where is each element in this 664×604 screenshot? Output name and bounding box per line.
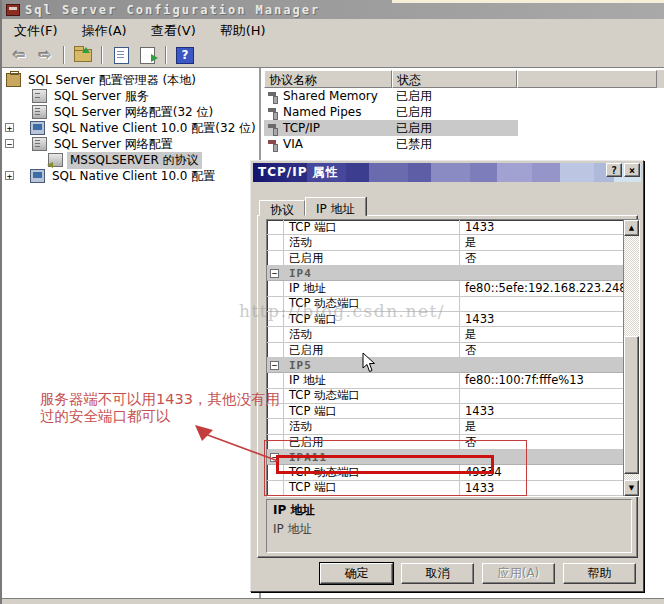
grid-property-row[interactable]: 已启用否 [267, 251, 623, 266]
tree-item-3[interactable]: +SQL Native Client 10.0 配置(32 位) [2, 120, 258, 136]
properties-icon[interactable] [110, 45, 132, 65]
list-row[interactable]: VIA已禁用 [264, 136, 664, 152]
tree-item-1[interactable]: SQL Server 服务 [2, 88, 258, 104]
collapse-icon[interactable]: − [270, 361, 279, 370]
back-icon[interactable]: ⇦ [8, 45, 30, 65]
grid-property-row[interactable]: TCP 端口1433 [267, 220, 623, 235]
grid-property-value[interactable]: 是 [460, 235, 623, 250]
dialog-help-icon[interactable]: ? [606, 163, 622, 177]
grid-group-row[interactable]: −IP5 [267, 358, 623, 373]
grid-property-row[interactable]: TCP 动态端口 [267, 389, 623, 404]
grid-property-row[interactable]: TCP 端口1433 [267, 312, 623, 327]
scroll-up-icon[interactable]: ▲ [624, 220, 639, 236]
protocol-name: TCP/IP [283, 121, 320, 135]
tree-item-4[interactable]: −SQL Server 网络配置 [2, 136, 258, 152]
help-button[interactable]: 帮助 [563, 563, 636, 584]
ok-button[interactable]: 确定 [320, 563, 393, 584]
forward-icon[interactable]: ⇨ [34, 45, 56, 65]
grid-property-value[interactable]: fe80::100:7f:fffe%13 [460, 373, 623, 387]
list-column-header-2[interactable] [517, 70, 657, 88]
grid-property-label: IP 地址 [284, 281, 460, 295]
grid-property-value[interactable]: 1433 [460, 312, 623, 326]
list-row[interactable]: TCP/IP已启用 [264, 120, 664, 136]
scroll-down-icon[interactable]: ▼ [624, 480, 639, 496]
dialog-tabs: 协议IP 地址 [259, 197, 366, 216]
grid-property-value[interactable]: fe80::5efe:192.168.223.248% [460, 281, 623, 295]
tab-ip-addresses[interactable]: IP 地址 [305, 197, 366, 216]
annotation-line-2: 过的安全端口都可以 [40, 408, 280, 425]
toolbar-help-icon[interactable]: ? [174, 45, 196, 65]
export-list-icon[interactable] [136, 45, 158, 65]
grid-property-value[interactable]: 1433 [460, 220, 623, 234]
grid-property-row[interactable]: 活动是 [267, 327, 623, 342]
help-panel-title: IP 地址 [273, 502, 625, 519]
protocol-status: 已禁用 [396, 136, 432, 153]
protocol-status-cell: 已启用 [392, 88, 432, 105]
protocol-status: 已启用 [396, 88, 432, 105]
grid-property-row[interactable]: TCP 动态端口 [267, 297, 623, 312]
console-tree: SQL Server 配置管理器 (本地)SQL Server 服务SQL Se… [2, 72, 258, 184]
apply-button: 应用(A) [482, 563, 555, 584]
collapse-icon[interactable]: − [270, 269, 279, 278]
grid-property-row[interactable]: TCP 端口1433 [267, 404, 623, 419]
list-row[interactable]: Named Pipes已启用 [264, 104, 664, 120]
cancel-button[interactable]: 取消 [401, 563, 474, 584]
grid-property-label: 活动 [284, 235, 460, 249]
grid-row-margin [267, 235, 284, 249]
grid-property-value[interactable]: 否 [460, 343, 623, 358]
close-icon[interactable]: × [624, 163, 640, 177]
tree-item-2[interactable]: SQL Server 网络配置(32 位) [2, 104, 258, 120]
grid-row-margin [267, 312, 284, 326]
dialog-title: TCP/IP 属性 [258, 164, 339, 181]
grid-group-row[interactable]: −IP4 [267, 266, 623, 281]
grid-property-value[interactable]: 1433 [460, 404, 623, 418]
tree-expander-icon[interactable]: + [5, 123, 14, 132]
root-icon [6, 73, 21, 87]
forward-arrow-glyph: ⇨ [39, 48, 52, 63]
grid-property-label: 活动 [284, 419, 460, 433]
list-column-header-1[interactable]: 状态 [392, 70, 517, 88]
grid-property-value[interactable]: 是 [460, 419, 623, 434]
menu-item-2[interactable]: 查看(V) [139, 19, 208, 43]
protocol-list: 协议名称状态 Shared Memory已启用Named Pipes已启用TCP… [264, 70, 664, 152]
grid-property-label: TCP 动态端口 [284, 389, 460, 403]
list-row[interactable]: Shared Memory已启用 [264, 88, 664, 104]
grid-row-margin [267, 297, 284, 311]
scrollbar-thumb[interactable] [624, 336, 639, 474]
grid-row-margin [267, 327, 284, 341]
tree-expander-icon[interactable]: − [5, 139, 14, 148]
grid-property-row[interactable]: IP 地址fe80::5efe:192.168.223.248% [267, 281, 623, 296]
dialog-titlebar: TCP/IP 属性 [253, 163, 641, 182]
menu-item-1[interactable]: 操作(A) [70, 19, 139, 43]
menu-item-0[interactable]: 文件(F) [2, 19, 70, 43]
tree-expander-icon[interactable]: + [5, 171, 14, 180]
grid-property-row[interactable]: IP 地址fe80::100:7f:fffe%13 [267, 373, 623, 388]
grid-property-label: 已启用 [284, 251, 460, 265]
list-column-header-0[interactable]: 协议名称 [264, 70, 392, 88]
show-tree-icon[interactable] [72, 45, 94, 65]
tree-item-6[interactable]: +SQL Native Client 10.0 配置 [2, 168, 258, 184]
tree-item-0[interactable]: SQL Server 配置管理器 (本地) [2, 72, 258, 88]
dialog-title-buttons: ? × [606, 163, 640, 177]
grid-property-row[interactable]: 活动是 [267, 235, 623, 250]
grid-property-value[interactable]: 否 [460, 251, 623, 266]
list-header: 协议名称状态 [264, 70, 664, 88]
grid-property-row[interactable]: 已启用否 [267, 343, 623, 358]
grid-property-label: 已启用 [284, 343, 460, 357]
grid-property-label: IP 地址 [284, 373, 460, 387]
grid-row-margin: − [267, 358, 284, 372]
sql-server-configuration-manager-window: Sql Server Configuration Manager 文件(F)操作… [0, 0, 664, 604]
help-panel-description: IP 地址 [273, 521, 625, 538]
vertical-scrollbar[interactable]: ▲ ▼ [623, 220, 639, 496]
protocol-icon [268, 139, 279, 150]
menu-bar: 文件(F)操作(A)查看(V)帮助(H) [2, 19, 664, 44]
grid-property-row[interactable]: 活动是 [267, 419, 623, 434]
tree-item-5[interactable]: MSSQLSERVER 的协议 [2, 152, 258, 168]
list-body: Shared Memory已启用Named Pipes已启用TCP/IP已启用V… [264, 88, 664, 152]
window-bottom-edge [2, 598, 664, 604]
menu-item-3[interactable]: 帮助(H) [208, 19, 278, 43]
grid-row-margin [267, 251, 284, 265]
grid-property-label: TCP 端口 [284, 312, 460, 326]
tab-protocol[interactable]: 协议 [259, 200, 305, 216]
grid-property-value[interactable]: 是 [460, 327, 623, 342]
